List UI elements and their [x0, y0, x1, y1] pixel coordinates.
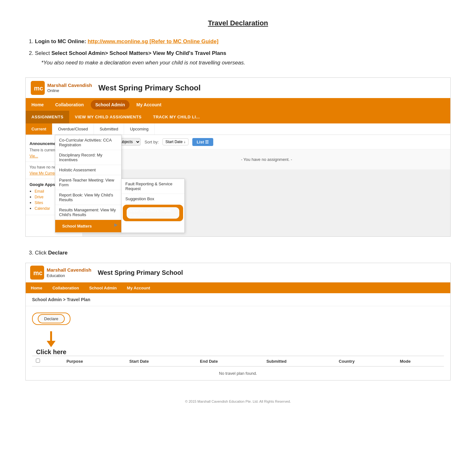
step-3-instruction: Click Declare: [25, 248, 451, 258]
breadcrumb: School Admin > Travel Plan: [26, 293, 450, 306]
travel-content: Declare Click here Purpose: [26, 306, 450, 380]
nav-my-account-1[interactable]: My Account: [131, 99, 167, 111]
travel-table: Purpose Start Date End Date Submitted Co…: [32, 356, 444, 380]
dropdown-results[interactable]: Results Management: View My Child's Resu…: [55, 205, 121, 220]
no-plan-message: No travel plan found.: [32, 367, 444, 380]
subtab-submitted[interactable]: Submitted: [94, 123, 124, 135]
nav2-my-account[interactable]: My Account: [122, 282, 155, 293]
dropdown-ptm[interactable]: Parent-Teacher Meeting: View Form: [55, 175, 121, 190]
select-all-checkbox[interactable]: [36, 359, 40, 363]
step-1: Login to MC Online: http://www.mconline.…: [35, 37, 451, 47]
click-here-label: Click here: [32, 348, 70, 356]
nav-collaboration-1[interactable]: Collaboration: [50, 99, 89, 111]
arrow-shaft: [50, 331, 52, 341]
tab-view-child-assignments[interactable]: VIEW MY CHILD ASSIGNMENTS: [69, 111, 147, 123]
mc-header-1: mc Marshall Cavendish Online West Spring…: [26, 78, 450, 99]
content-area-1: Announcement There is currently n... Vie…: [26, 135, 450, 236]
mc-logo-2: mc Marshall Cavendish Education: [30, 266, 91, 280]
dropdown-overlay: Co-Curricular Activities: CCA Registrati…: [55, 135, 185, 233]
col-purpose: Purpose: [63, 356, 125, 367]
arrow-icon: [47, 341, 56, 347]
col-submitted: Submitted: [262, 356, 335, 367]
declare-button-wrap: Declare: [32, 313, 70, 325]
dropdown-disciplinary[interactable]: Disciplinary Record: My Incentives: [55, 150, 121, 165]
school-matters-submenu: Fault Reporting & Service Request Sugges…: [121, 179, 185, 233]
mc-logo-icon: mc: [31, 81, 45, 95]
google-drive-link[interactable]: Drive: [35, 195, 43, 199]
nav-school-admin-1[interactable]: School Admin: [91, 100, 129, 109]
click-here-annotation: Click here: [32, 331, 70, 356]
nav-bar-2: Home Collaboration School Admin My Accou…: [26, 282, 450, 293]
dropdown-cca[interactable]: Co-Curricular Activities: CCA Registrati…: [55, 135, 121, 150]
dropdown-report[interactable]: Report Book: View My Child's Results: [55, 190, 121, 205]
col-checkbox: [32, 356, 63, 367]
sidebar-announcement-link[interactable]: Vie...: [30, 154, 38, 158]
dropdown-holistic[interactable]: Holistic Assessment: [55, 165, 121, 175]
school-name-1: West Spring Primary School: [98, 83, 201, 92]
google-calendar-link[interactable]: Calendar: [35, 206, 50, 211]
instructions-section: Login to MC Online: http://www.mconline.…: [25, 37, 451, 68]
col-country: Country: [335, 356, 396, 367]
footer-note: © 2015 Marshall Cavendish Education Pte.…: [25, 400, 451, 410]
step-3: Click Declare: [35, 248, 451, 258]
declare-section: Declare Click here: [32, 313, 444, 356]
subtab-upcoming[interactable]: Upcoming: [124, 123, 155, 135]
google-email-link[interactable]: Email: [35, 189, 44, 194]
nav2-home[interactable]: Home: [26, 282, 47, 293]
school-name-2: West Spring Primary School: [98, 269, 183, 276]
nav2-school-admin[interactable]: School Admin: [84, 282, 122, 293]
submenu-suggestion[interactable]: Suggestion Box: [122, 194, 184, 204]
svg-text:mc: mc: [33, 269, 42, 276]
nav-home-1[interactable]: Home: [26, 99, 50, 111]
tab-track-child[interactable]: TRACK MY CHILD LI...: [147, 111, 206, 123]
svg-text:mc: mc: [34, 85, 43, 92]
nav-bar-1: Home Collaboration School Admin My Accou…: [26, 99, 450, 111]
submenu-travel-plans[interactable]: View My Child's Travel Plans: [123, 205, 183, 221]
table-row: No travel plan found.: [32, 367, 444, 380]
mc-online-link[interactable]: http://www.mconline.sg [Refer to MC Onli…: [88, 38, 218, 44]
screenshot-1: mc Marshall Cavendish Online West Spring…: [25, 77, 451, 237]
mc-logo-icon-2: mc: [30, 266, 44, 280]
sub-tab-bar: Current Overdue/Closed Submitted Upcomin…: [26, 123, 450, 135]
step-2: Select Select School Admin> School Matte…: [35, 49, 451, 68]
tab-assignments[interactable]: ASSIGNMENTS: [26, 111, 69, 123]
nav2-collaboration[interactable]: Collaboration: [47, 282, 84, 293]
col-end-date: End Date: [196, 356, 262, 367]
tab-bar-1: ASSIGNMENTS VIEW MY CHILD ASSIGNMENTS TR…: [26, 111, 450, 123]
submenu-fault[interactable]: Fault Reporting & Service Request: [122, 179, 184, 194]
mc-header-2: mc Marshall Cavendish Education West Spr…: [26, 263, 450, 282]
subtab-overdue[interactable]: Overdue/Closed: [52, 123, 94, 135]
declare-button[interactable]: Declare: [38, 314, 65, 323]
page-title: Travel Declaration: [25, 19, 451, 27]
google-sites-link[interactable]: Sites: [35, 201, 43, 205]
col-mode: Mode: [396, 356, 444, 367]
list-button[interactable]: List ☰: [192, 138, 214, 146]
subtab-current[interactable]: Current: [26, 123, 52, 135]
mc-logo-1: mc Marshall Cavendish Online: [31, 81, 92, 95]
dropdown-school-matters[interactable]: School Matters ▶: [55, 220, 121, 233]
screenshot-2: mc Marshall Cavendish Education West Spr…: [25, 263, 451, 380]
col-start-date: Start Date: [125, 356, 196, 367]
school-admin-dropdown: Co-Curricular Activities: CCA Registrati…: [55, 135, 122, 233]
